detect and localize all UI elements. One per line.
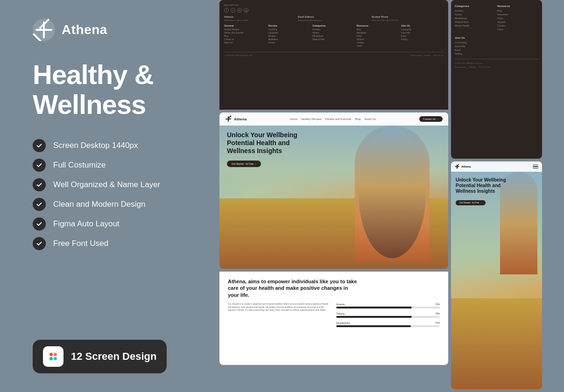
about-content: Our mission is to create a supportive an… (228, 303, 440, 327)
mobile-hero-cta[interactable]: Get Started - Its Free → (456, 200, 486, 205)
logo-row: Athena (33, 19, 201, 41)
mobile-screenshots-col: Categories Nutrition Fitness Mindfulness… (448, 0, 539, 392)
feature-label-0: Screen Desktop 1440px (53, 141, 138, 150)
svg-rect-12 (229, 116, 232, 119)
feature-item-0: Screen Desktop 1440px (33, 139, 201, 152)
feature-item-3: Clean and Modern Design (33, 198, 201, 211)
svg-rect-11 (226, 119, 231, 119)
footer-nav-cols: General Healthy Recipes Fitness and Exer… (224, 24, 444, 48)
hero-nav: Athena Home Healthy Recipes Fitness and … (219, 112, 448, 126)
features-list: Screen Desktop 1440px Full Costumize Wel… (33, 139, 201, 250)
feature-item-4: Figma Auto Layout (33, 217, 201, 231)
mobile-footer-join: Join Us Community Subscribe Event Settin… (455, 36, 538, 55)
hero-nav-logo: Athena (225, 116, 247, 122)
mobile-footer-screenshot: Categories Nutrition Fitness Mindfulness… (451, 0, 542, 159)
feature-item-1: Full Costumize (33, 159, 201, 172)
svg-rect-9 (49, 357, 53, 360)
svg-rect-5 (49, 353, 53, 356)
hero-nav-links: Home Healthy Recipes Fitness and Exercis… (290, 118, 376, 120)
feature-item-2: Well Organized & Name Layer (33, 178, 201, 191)
athena-logo-icon (33, 19, 55, 41)
mobile-hero-title: Unlock Your Wellbeing Potential Health a… (456, 177, 512, 194)
bar-development: Development72% (336, 322, 440, 327)
center-screenshots-col: adp.io.velit.net.au f t in ig Address 14… (219, 0, 448, 392)
feature-label-4: Figma Auto Layout (53, 219, 120, 229)
feature-label-2: Well Organized & Name Layer (53, 180, 160, 189)
feature-label-3: Clean and Modern Design (53, 200, 146, 209)
stats-bars: Analysis73% Training73% Development72% (336, 303, 440, 327)
social-icons-row: f t in ig (224, 8, 444, 13)
mobile-hamburger-icon[interactable] (533, 165, 538, 169)
hero-nav-cta[interactable]: Contact Us → (419, 116, 443, 122)
feature-label-1: Full Costumize (53, 161, 106, 170)
mobile-nav: Athena (451, 161, 542, 172)
hero-title: Unlock Your Wellbeing Potential Health a… (227, 131, 302, 154)
mobile-hero-text: Unlock Your Wellbeing Potential Health a… (456, 177, 512, 205)
figma-icon (43, 346, 63, 367)
svg-rect-17 (455, 168, 457, 169)
check-icon-3 (33, 198, 46, 211)
mobile-nav-logo: Athena (455, 164, 471, 169)
badge-label: 12 Screen Design (71, 350, 156, 363)
hero-text-block: Unlock Your Wellbeing Potential Health a… (227, 131, 302, 167)
mobile-footer-cats: Categories Nutrition Fitness Mindfulness… (455, 5, 538, 32)
brand-name: Athena (62, 22, 107, 37)
mobile-hero-bg: Unlock Your Wellbeing Potential Health a… (451, 161, 542, 389)
hero-background: Unlock Your Wellbeing Potential Health a… (219, 112, 448, 269)
left-panel: Athena Healthy & Wellness Screen Desktop… (0, 0, 219, 392)
mobile-footer-bar: © 2020-2021. All Rights Reserved Privacy… (455, 59, 538, 68)
svg-rect-2 (35, 29, 52, 31)
svg-rect-6 (54, 353, 57, 356)
desktop-hero-screenshot: Athena Home Healthy Recipes Fitness and … (219, 112, 448, 269)
right-panel: adp.io.velit.net.au f t in ig Address 14… (219, 0, 564, 392)
svg-rect-13 (225, 122, 228, 122)
check-icon-1 (33, 159, 46, 172)
check-icon-5 (33, 237, 46, 250)
hero-person-image (355, 126, 430, 261)
hero-cta-button[interactable]: Get Started - Its Free → (227, 161, 261, 167)
about-body-text: Our mission is to create a supportive an… (228, 303, 331, 327)
desktop-footer-screenshot: adp.io.velit.net.au f t in ig Address 14… (219, 0, 448, 110)
check-icon-0 (33, 139, 46, 152)
desktop-about-screenshot: Athena, aims to empower individuals like… (219, 272, 448, 365)
bar-training: Training73% (336, 312, 440, 318)
svg-point-8 (54, 357, 57, 360)
check-icon-4 (33, 217, 46, 231)
bar-analysis: Analysis73% (336, 303, 440, 308)
feature-item-5: Free Font Used (33, 237, 201, 250)
check-icon-2 (33, 178, 46, 191)
figma-badge: 12 Screen Design (33, 340, 167, 373)
about-title: Athena, aims to empower individuals like… (228, 278, 359, 298)
main-headline: Healthy & Wellness (33, 60, 201, 119)
svg-rect-15 (455, 166, 459, 167)
feature-label-5: Free Font Used (53, 239, 108, 248)
footer-copyright-bar: © 2020-2021. All Rights Reserved Privacy… (224, 52, 444, 56)
mobile-hero-screenshot: Athena Unlock Your Wellbeing Potential H… (451, 161, 542, 389)
